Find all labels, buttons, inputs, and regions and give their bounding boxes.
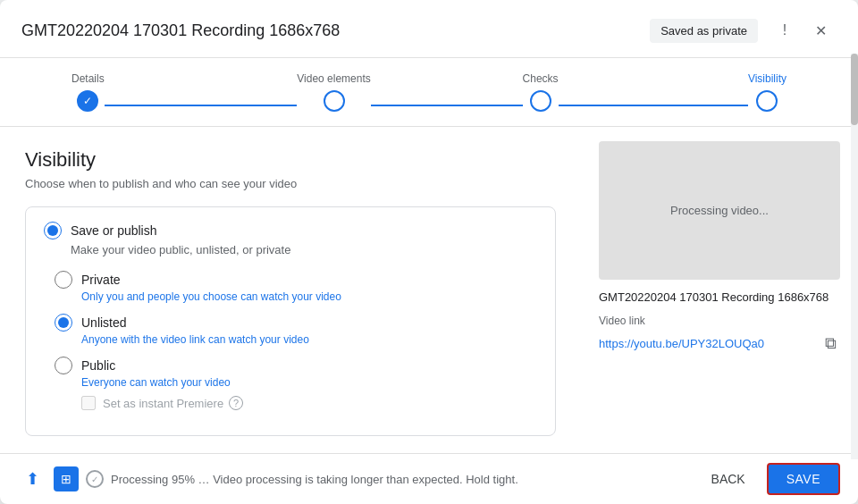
- save-or-publish-radio[interactable]: [44, 222, 62, 239]
- alert-button[interactable]: !: [769, 14, 801, 46]
- back-button[interactable]: BACK: [697, 465, 760, 493]
- step-checks: Checks: [523, 72, 748, 112]
- alert-icon: !: [783, 22, 786, 38]
- option-public-row: Public: [55, 357, 537, 374]
- instant-premiere-row: Set as instant Premiere ?: [81, 396, 537, 410]
- footer-status-text: Processing 95% … Video processing is tak…: [111, 473, 697, 486]
- step-video-elements-node: Video elements: [297, 72, 371, 112]
- instant-premiere-checkbox[interactable]: [81, 396, 96, 410]
- step-details-node: Details ✓: [72, 72, 105, 112]
- public-radio[interactable]: [55, 357, 72, 374]
- video-preview: Processing video...: [599, 141, 840, 280]
- option-public: Public Everyone can watch your video Set…: [55, 357, 537, 410]
- unlisted-desc: Anyone with the video link can watch you…: [81, 333, 537, 346]
- option-unlisted-row: Unlisted: [55, 314, 537, 332]
- modal-footer: ⬆ ⊞ ✓ Processing 95% … Video processing …: [0, 453, 858, 504]
- close-icon: ✕: [815, 22, 827, 39]
- modal-dialog: GMT20220204 170301 Recording 1686x768 Sa…: [0, 0, 858, 504]
- visibility-options-box: Save or publish Make your video public, …: [25, 206, 556, 436]
- check-icon: ✓: [91, 475, 98, 484]
- option-private: Private Only you and people you choose c…: [55, 271, 537, 303]
- grid-icon: ⊞: [61, 472, 72, 486]
- save-button[interactable]: SAVE: [767, 463, 840, 495]
- stepper: Details ✓ Video elements Checks: [0, 58, 858, 127]
- section-title: Visibility: [25, 148, 556, 172]
- desc-prefix: Make your video: [71, 243, 159, 256]
- desc-bold2: unlisted: [196, 243, 236, 256]
- step-video-elements: Video elements: [297, 72, 522, 112]
- public-desc: Everyone can watch your video: [81, 376, 537, 389]
- step-line-2: [371, 105, 523, 106]
- step-visibility-circle: [756, 90, 778, 112]
- step-line-3: [559, 105, 748, 106]
- desc-bold3: private: [256, 243, 290, 256]
- saved-badge: Saved as private: [650, 19, 758, 43]
- video-link-label: Video link: [599, 315, 840, 327]
- unlisted-radio[interactable]: [55, 314, 72, 332]
- footer-icons: ⬆ ⊞ ✓: [18, 465, 104, 493]
- save-or-publish-desc: Make your video public, unlisted, or pri…: [71, 243, 537, 256]
- status-circle: ✓: [86, 470, 104, 488]
- option-unlisted: Unlisted Anyone with the video link can …: [55, 314, 537, 346]
- desc-sep2: , or: [236, 243, 256, 256]
- option-private-row: Private: [55, 271, 537, 289]
- upload-icon: ⬆: [26, 469, 39, 489]
- copy-link-button[interactable]: ⧉: [821, 331, 840, 357]
- step-details-label: Details: [72, 72, 105, 85]
- desc-bold1: public: [159, 243, 189, 256]
- public-label[interactable]: Public: [81, 358, 115, 373]
- instant-premiere-label: Set as instant Premiere: [103, 397, 223, 410]
- save-or-publish-label[interactable]: Save or publish: [71, 223, 157, 238]
- unlisted-label[interactable]: Unlisted: [81, 315, 127, 330]
- step-details: Details ✓: [72, 72, 297, 112]
- help-icon[interactable]: ?: [229, 396, 243, 410]
- step-checks-label: Checks: [523, 72, 559, 85]
- step-visibility: Visibility: [748, 72, 786, 112]
- private-label[interactable]: Private: [81, 273, 121, 287]
- step-video-elements-circle: [324, 90, 345, 112]
- step-video-elements-label: Video elements: [297, 72, 371, 85]
- private-desc: Only you and people you choose can watch…: [81, 290, 537, 303]
- modal-body: Visibility Choose when to publish and wh…: [0, 127, 858, 453]
- right-panel: Processing video... GMT20220204 170301 R…: [581, 127, 858, 453]
- grid-button[interactable]: ⊞: [54, 466, 79, 491]
- step-visibility-node: Visibility: [748, 72, 786, 112]
- video-filename: GMT20220204 170301 Recording 1686x768: [599, 290, 840, 304]
- section-desc: Choose when to publish and who can see y…: [25, 177, 556, 190]
- modal-header: GMT20220204 170301 Recording 1686x768 Sa…: [0, 0, 858, 58]
- upload-button[interactable]: ⬆: [18, 465, 46, 493]
- step-visibility-label: Visibility: [748, 72, 786, 85]
- processing-text: Processing video...: [670, 204, 769, 217]
- step-checks-node: Checks: [523, 72, 559, 112]
- copy-icon: ⧉: [825, 334, 837, 353]
- video-link-row: https://youtu.be/UPY32LOUQa0 ⧉: [599, 331, 840, 357]
- scrollbar-thumb[interactable]: [851, 54, 858, 125]
- video-link-url[interactable]: https://youtu.be/UPY32LOUQa0: [599, 337, 764, 350]
- modal-title: GMT20220204 170301 Recording 1686x768: [21, 21, 650, 40]
- step-checks-circle: [530, 90, 551, 112]
- step-line-1: [105, 105, 298, 106]
- close-button[interactable]: ✕: [804, 14, 837, 46]
- left-panel: Visibility Choose when to publish and wh…: [0, 127, 581, 453]
- step-details-circle: ✓: [77, 90, 98, 112]
- save-or-publish-row: Save or publish: [44, 222, 537, 239]
- private-radio[interactable]: [55, 271, 72, 289]
